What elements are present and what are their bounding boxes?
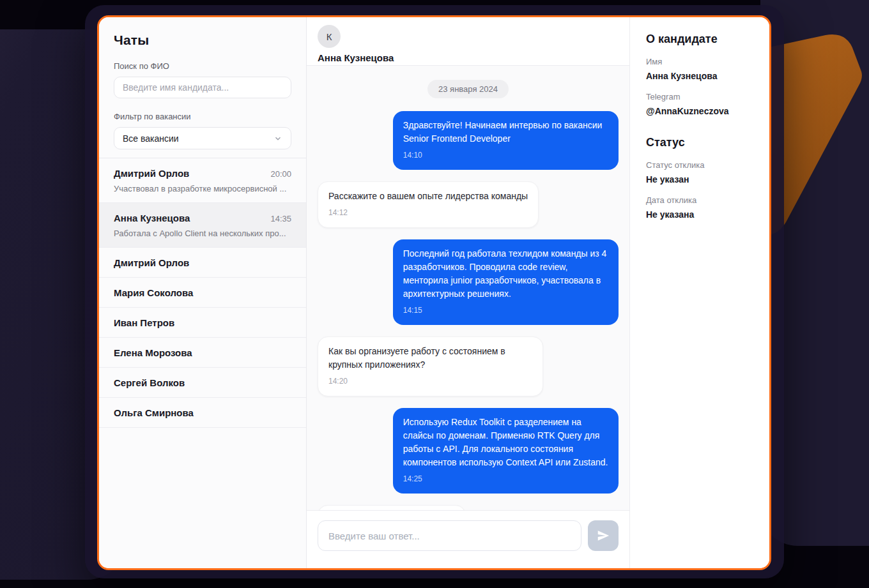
detail-field-label: Статус отклика <box>646 160 758 170</box>
chat-item-header: Сергей Волков <box>114 377 291 388</box>
message-outgoing: Здравствуйте! Начинаем интервью по вакан… <box>393 111 619 170</box>
detail-field-label: Дата отклика <box>646 195 758 205</box>
chat-list-item[interactable]: Анна Кузнецова14:35Работала с Apollo Cli… <box>99 203 306 248</box>
chat-item-header: Дмитрий Орлов <box>114 257 291 268</box>
detail-field: ИмяАнна Кузнецова <box>646 57 758 81</box>
candidate-details-panel: О кандидате ИмяАнна КузнецоваTelegram@An… <box>629 17 769 568</box>
sidebar-title: Чаты <box>114 33 291 48</box>
send-icon <box>596 529 610 543</box>
app-window: Чаты Поиск по ФИО Фильтр по вакансии Все… <box>97 15 771 570</box>
chats-sidebar: Чаты Поиск по ФИО Фильтр по вакансии Все… <box>99 17 307 568</box>
vacancy-filter-value: Все вакансии <box>123 133 179 144</box>
message-time: 14:12 <box>328 206 528 220</box>
chat-item-name: Мария Соколова <box>114 287 193 298</box>
candidate-fields: ИмяАнна КузнецоваTelegram@AnnaKuzneczova <box>646 57 758 116</box>
message-text: Расскажите о вашем опыте лидерства коман… <box>328 190 528 203</box>
detail-field-label: Telegram <box>646 92 758 102</box>
search-label: Поиск по ФИО <box>114 61 291 71</box>
chat-item-name: Дмитрий Орлов <box>114 168 189 179</box>
detail-field-value: Не указан <box>646 174 758 185</box>
chat-list-item[interactable]: Дмитрий Орлов20:00Участвовал в разработк… <box>99 158 306 203</box>
date-separator: 23 января 2024 <box>427 80 509 98</box>
message-time: 14:10 <box>403 149 608 162</box>
chat-list-item[interactable]: Сергей Волков <box>99 368 306 398</box>
detail-field-label: Имя <box>646 57 758 66</box>
chat-contact-name: Анна Кузнецова <box>318 52 619 63</box>
status-fields: Статус откликаНе указанДата откликаНе ук… <box>646 160 758 220</box>
vacancy-filter-select[interactable]: Все вакансии <box>114 127 291 149</box>
chat-item-header: Мария Соколова <box>114 287 291 298</box>
chat-item-name: Ольга Смирнова <box>114 407 194 418</box>
chat-item-time: 20:00 <box>270 169 291 179</box>
details-title: О кандидате <box>646 33 758 46</box>
chat-item-name: Иван Петров <box>114 317 174 328</box>
chat-item-name: Сергей Волков <box>114 377 185 388</box>
chat-item-name: Елена Морозова <box>114 347 192 358</box>
chat-list-item[interactable]: Иван Петров <box>99 308 306 338</box>
message-time: 14:20 <box>328 375 532 388</box>
message-list: 23 января 2024 Здравствуйте! Начинаем ин… <box>307 66 629 510</box>
chat-list-item[interactable]: Мария Соколова <box>99 278 306 308</box>
message-outgoing: Использую Redux Toolkit с разделением на… <box>393 408 619 494</box>
message-text: Использую Redux Toolkit с разделением на… <box>403 416 608 469</box>
device-frame: Чаты Поиск по ФИО Фильтр по вакансии Все… <box>85 5 784 578</box>
avatar-letter: К <box>327 31 332 42</box>
vacancy-filter-label: Фильтр по вакансии <box>114 112 291 121</box>
chat-item-time: 14:35 <box>270 214 291 223</box>
reply-input[interactable] <box>318 520 581 551</box>
detail-field: Дата откликаНе указана <box>646 195 758 220</box>
detail-field-value: Анна Кузнецова <box>646 71 758 81</box>
chat-item-header: Дмитрий Орлов20:00 <box>114 168 291 179</box>
chat-item-preview: Участвовал в разработке микросервисной .… <box>114 184 291 193</box>
detail-field-value: @AnnaKuzneczova <box>646 106 758 116</box>
message-composer <box>307 510 629 568</box>
message-text: Последний год работала техлидом команды … <box>403 247 608 301</box>
search-input[interactable] <box>114 77 291 98</box>
chat-panel: К Анна Кузнецова 23 января 2024 Здравств… <box>307 17 629 568</box>
chat-item-header: Анна Кузнецова14:35 <box>114 213 291 223</box>
message-incoming: Расскажите о вашем опыте лидерства коман… <box>318 181 539 228</box>
detail-field-value: Не указана <box>646 209 758 220</box>
chat-list-item[interactable]: Елена Морозова <box>99 338 306 368</box>
chat-item-header: Елена Морозова <box>114 347 291 358</box>
chat-item-header: Ольга Смирнова <box>114 407 291 418</box>
chat-list-item[interactable]: Ольга Смирнова <box>99 398 306 428</box>
chat-item-header: Иван Петров <box>114 317 291 328</box>
chat-list: Дмитрий Орлов20:00Участвовал в разработк… <box>99 158 306 568</box>
chat-header: К Анна Кузнецова <box>307 17 629 66</box>
chat-item-name: Анна Кузнецова <box>114 213 190 223</box>
detail-field: Telegram@AnnaKuzneczova <box>646 92 758 116</box>
message-time: 14:25 <box>403 472 608 486</box>
message-time: 14:15 <box>403 304 608 317</box>
message-incoming: Как вы организуете работу с состоянием в… <box>318 336 543 396</box>
message-text: Здравствуйте! Начинаем интервью по вакан… <box>403 119 608 146</box>
message-incoming: Опишите ваш опыт с GraphQL14:30 <box>318 505 466 510</box>
chevron-down-icon <box>273 134 282 143</box>
send-button[interactable] <box>588 520 619 551</box>
message-outgoing: Последний год работала техлидом команды … <box>393 239 619 325</box>
message-text: Как вы организуете работу с состоянием в… <box>328 345 532 372</box>
detail-field: Статус откликаНе указан <box>646 160 758 185</box>
contact-avatar: К <box>318 25 341 48</box>
chat-item-preview: Работала с Apollo Client на нескольких п… <box>114 229 291 238</box>
status-title: Статус <box>646 136 758 149</box>
chat-item-name: Дмитрий Орлов <box>114 257 189 268</box>
chat-list-item[interactable]: Дмитрий Орлов <box>99 248 306 278</box>
